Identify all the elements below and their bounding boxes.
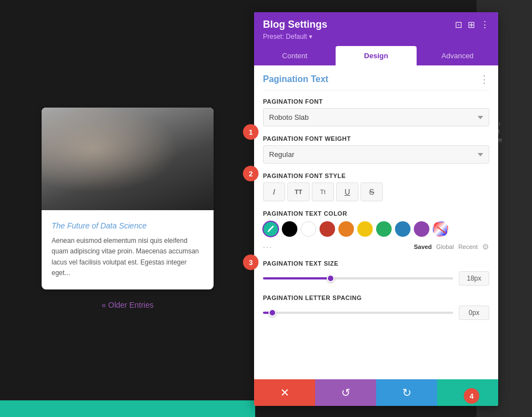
color-orange[interactable]: [338, 221, 354, 237]
font-style-buttons: I TT Tt U S: [263, 182, 489, 201]
font-style-italic[interactable]: I: [263, 182, 285, 201]
color-black[interactable]: [282, 221, 297, 237]
svg-line-1: [437, 227, 446, 233]
font-style-field-group: Pagination Font Style I TT Tt U S: [263, 172, 489, 201]
color-yellow[interactable]: [357, 221, 373, 237]
layout-icon-2[interactable]: ⊞: [468, 19, 475, 30]
step-badge-4: 4: [464, 388, 479, 404]
text-size-field-group: Pagination Text Size 18px: [263, 260, 489, 286]
blog-card-title: The Future of Data Science: [52, 221, 204, 230]
settings-panel: Blog Settings ⊡ ⊞ ⋮ Preset: Default ▾ Co…: [254, 12, 498, 406]
font-style-strikethrough[interactable]: S: [361, 182, 383, 201]
redo-button[interactable]: ↻: [376, 379, 437, 406]
color-white[interactable]: [301, 221, 316, 237]
color-more-dots[interactable]: ···: [263, 242, 273, 251]
blog-card-body: The Future of Data Science Aenean euismo…: [42, 210, 214, 289]
cancel-button[interactable]: ✕: [254, 379, 315, 406]
text-color-field-group: Pagination Text Color: [263, 210, 489, 251]
color-labels: Saved Global Recent ⚙: [414, 242, 489, 251]
step-badge-3: 3: [243, 255, 259, 270]
font-style-label: Pagination Font Style: [263, 172, 489, 179]
font-style-uppercase[interactable]: TT: [287, 182, 310, 201]
panel-title: Blog Settings: [263, 19, 327, 30]
panel-body: Pagination Text ⋮ Pagination Font Roboto…: [254, 65, 498, 379]
tab-content[interactable]: Content: [254, 46, 336, 65]
text-size-value[interactable]: 18px: [459, 271, 489, 286]
blog-area: The Future of Data Science Aenean euismo…: [0, 0, 255, 417]
font-weight-field-group: Pagination Font Weight Regular Bold Ligh…: [263, 135, 489, 164]
font-weight-label: Pagination Font Weight: [263, 135, 489, 142]
letter-spacing-label: Pagination Letter Spacing: [263, 294, 489, 301]
color-label-global[interactable]: Global: [436, 243, 454, 250]
tab-design[interactable]: Design: [336, 46, 417, 65]
font-label: Pagination Font: [263, 98, 489, 105]
font-style-underline[interactable]: U: [336, 182, 358, 201]
color-purple[interactable]: [414, 221, 429, 237]
panel-tabs: Content Design Advanced: [254, 46, 498, 65]
section-header: Pagination Text ⋮: [263, 65, 489, 90]
step-badge-2: 2: [243, 166, 259, 181]
font-weight-select[interactable]: Regular Bold Light Medium: [263, 145, 489, 164]
more-icon[interactable]: ⋮: [480, 19, 489, 30]
panel-header-icons: ⊡ ⊞ ⋮: [455, 19, 489, 30]
older-entries-link[interactable]: « Older Entries: [102, 301, 153, 309]
panel-preset[interactable]: Preset: Default ▾: [263, 33, 489, 40]
color-green[interactable]: [376, 221, 392, 237]
color-settings-icon[interactable]: ⚙: [482, 242, 489, 251]
section-more-icon[interactable]: ⋮: [479, 73, 489, 85]
blog-card-image: [42, 108, 214, 210]
blog-card-text: Aenean euismod elementum nisi quis eleif…: [52, 236, 204, 278]
teal-strip: [0, 400, 255, 417]
font-field-group: Pagination Font Roboto Slab Open Sans La…: [263, 98, 489, 126]
color-label-recent[interactable]: Recent: [458, 243, 478, 250]
eyedropper-swatch[interactable]: [263, 221, 278, 237]
letter-spacing-slider-row: 0px: [263, 306, 489, 320]
text-size-label: Pagination Text Size: [263, 260, 489, 267]
color-swatches: [263, 221, 489, 237]
letter-spacing-value[interactable]: 0px: [459, 306, 489, 320]
color-row-bottom: ··· Saved Global Recent ⚙: [263, 240, 489, 251]
font-style-capitalize[interactable]: Tt: [312, 182, 334, 201]
text-color-label: Pagination Text Color: [263, 210, 489, 217]
tab-advanced[interactable]: Advanced: [417, 46, 498, 65]
section-title: Pagination Text: [263, 74, 328, 84]
letter-spacing-field-group: Pagination Letter Spacing 0px: [263, 294, 489, 320]
color-blue[interactable]: [395, 221, 411, 237]
svg-point-0: [268, 231, 270, 232]
panel-footer: ✕ ↺ ↻ ✓: [254, 379, 498, 406]
layout-icon-1[interactable]: ⊡: [455, 19, 462, 30]
text-size-slider-row: 18px: [263, 271, 489, 286]
step-badge-1: 1: [243, 124, 259, 140]
color-red[interactable]: [320, 221, 335, 237]
undo-button[interactable]: ↺: [315, 379, 376, 406]
text-size-slider[interactable]: [263, 277, 453, 279]
color-custom[interactable]: [433, 221, 448, 237]
panel-header-top: Blog Settings ⊡ ⊞ ⋮: [263, 19, 489, 30]
letter-spacing-slider[interactable]: [263, 312, 453, 314]
panel-header: Blog Settings ⊡ ⊞ ⋮ Preset: Default ▾: [254, 12, 498, 46]
blog-card: The Future of Data Science Aenean euismo…: [42, 108, 214, 289]
font-select[interactable]: Roboto Slab Open Sans Lato Montserrat: [263, 108, 489, 126]
color-label-saved[interactable]: Saved: [414, 243, 432, 250]
